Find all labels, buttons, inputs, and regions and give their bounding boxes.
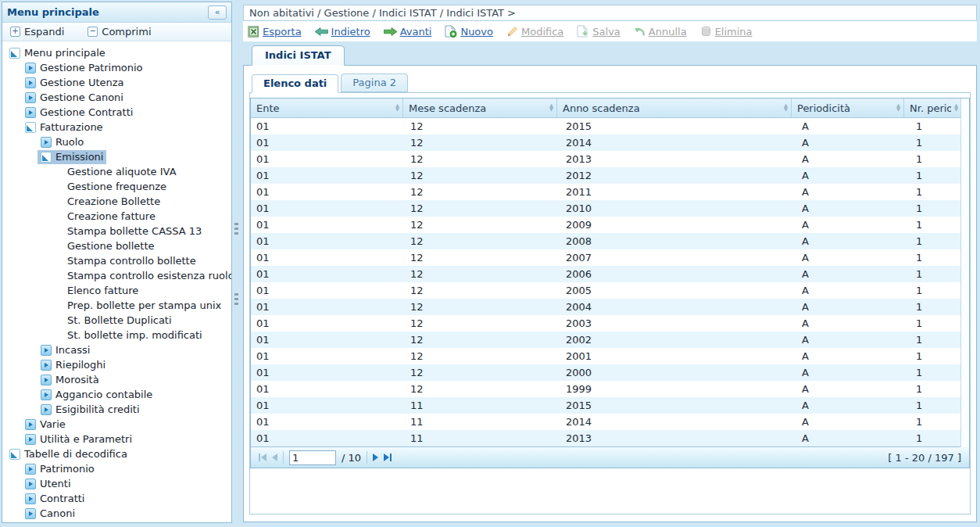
column-header-nr-periodicit[interactable]: Nr. periodicità [904,99,969,117]
column-header-periodicit[interactable]: Periodicità [792,99,904,117]
tree-item[interactable]: Elenco fatture [2,283,231,298]
tree-node-collapsed-icon[interactable] [25,479,36,489]
tree-item[interactable]: Menu principale [2,45,231,60]
column-header-anno-scadenza[interactable]: Anno scadenza [557,99,792,117]
table-row[interactable]: 01122009A1 [251,217,969,233]
table-row[interactable]: 01122000A1 [251,364,969,381]
tree-item[interactable]: Varie [2,417,231,432]
table-row[interactable]: 01122003A1 [251,315,969,332]
tree-item[interactable]: Gestione Canoni [2,90,231,105]
tree-item[interactable]: Utilità e Parametri [2,432,231,446]
tree-item[interactable]: Esigibilità crediti [2,402,231,417]
tab-elenco-dati[interactable]: Elenco dati [252,74,338,93]
tree-item[interactable]: Prep. bollette per stampa unix [2,298,231,313]
tree-item[interactable]: Gestione Contratti [2,105,231,120]
tree-node-expanded-icon[interactable] [9,48,20,59]
tree-node-expanded-icon[interactable] [9,449,20,460]
tree-item[interactable]: Utenti [2,476,231,491]
tree-node-collapsed-icon[interactable] [41,137,52,148]
tree-item[interactable]: Contratti [2,491,231,506]
table-row[interactable]: 01112014A1 [251,414,969,430]
tree-item[interactable]: Patrimonio [2,461,231,476]
salva-button[interactable]: Salva [577,25,621,38]
first-page-button[interactable] [259,454,266,461]
tree-node-collapsed-icon[interactable] [41,375,52,385]
tree-node-collapsed-icon[interactable] [25,77,36,88]
table-row[interactable]: 01122004A1 [251,299,969,315]
previous-page-button[interactable] [272,454,277,461]
table-row[interactable]: 01122005A1 [251,282,969,299]
expand-all-button[interactable]: + Espandi [10,26,64,38]
collapse-all-button[interactable]: − Comprimi [88,26,151,38]
avanti-button[interactable]: Avanti [384,26,432,38]
elimina-button[interactable]: Elimina [700,26,753,38]
tree-node-collapsed-icon[interactable] [25,508,36,519]
table-row[interactable]: 01122013A1 [251,151,969,167]
tree-item[interactable]: Fatturazione [2,521,231,522]
tree-item[interactable]: Ruolo [2,134,231,149]
tree-item[interactable]: Morosità [2,372,231,387]
tree-node-collapsed-icon[interactable] [25,493,36,504]
splitter-grip[interactable] [234,223,239,235]
tree-item[interactable]: Stampa controllo esistenza ruolo [2,268,231,283]
tree-node-collapsed-icon[interactable] [25,434,36,445]
tree-node-collapsed-icon[interactable] [25,107,36,118]
tree-item[interactable]: Tabelle di decodifica [2,446,231,461]
tree-node-collapsed-icon[interactable] [41,404,52,415]
tree-item[interactable]: Gestione bollette [2,238,231,253]
table-row[interactable]: 01122006A1 [251,266,969,282]
table-row[interactable]: 01121999A1 [251,381,969,397]
table-row[interactable]: 01112015A1 [251,397,969,414]
tab-indici-istat[interactable]: Indici ISTAT [252,45,345,66]
table-row[interactable]: 01122007A1 [251,249,969,266]
tree-node-expanded-icon[interactable] [25,122,36,133]
tree-node-collapsed-icon[interactable] [25,63,36,73]
tree-item[interactable]: St. Bollette Duplicati [2,313,231,328]
tree-item[interactable]: St. bollette imp. modificati [2,328,231,342]
table-row[interactable]: 01122015A1 [251,118,969,134]
tree-item[interactable]: Canoni [2,506,231,521]
column-header-mese-scadenza[interactable]: Mese scadenza [403,99,557,117]
esporta-button[interactable]: Esporta [248,26,302,38]
annulla-button[interactable]: Annulla [634,26,687,38]
tree-item[interactable]: Gestione aliquote IVA [2,164,231,179]
tree-item[interactable]: Stampa bollette CASSA 13 [2,224,231,238]
tree-node-collapsed-icon[interactable] [41,389,52,400]
tree-node-expanded-icon[interactable] [41,152,52,163]
tree-item[interactable]: Incassi [2,342,231,357]
next-page-button[interactable] [373,454,378,461]
tree-item[interactable]: Emissioni [2,149,231,164]
table-row[interactable]: 01122010A1 [251,200,969,217]
modifica-button[interactable]: Modifica [506,26,563,38]
tree-item[interactable]: Gestione Patrimonio [2,60,231,75]
tree-node-collapsed-icon[interactable] [41,345,52,356]
tree-item[interactable]: Riepiloghi [2,357,231,372]
tree-node-collapsed-icon[interactable] [25,464,36,475]
table-row[interactable]: 01122002A1 [251,332,969,348]
page-number-input[interactable] [289,450,336,465]
tree-node-collapsed-icon[interactable] [25,419,36,430]
tree-item[interactable]: Fatturazione [2,120,231,134]
sidebar-collapse-button[interactable]: « [208,5,227,20]
table-row[interactable]: 01122008A1 [251,233,969,249]
tree-item[interactable]: Gestione frequenze [2,179,231,194]
table-row[interactable]: 01122014A1 [251,134,969,151]
tree-item[interactable]: Stampa controllo bollette [2,253,231,268]
tree-node-collapsed-icon[interactable] [41,360,52,371]
table-row[interactable]: 01122001A1 [251,348,969,364]
last-page-button[interactable] [384,454,392,461]
table-row[interactable]: 01122012A1 [251,167,969,184]
tree-item[interactable]: Creazione fatture [2,209,231,224]
table-row[interactable]: 01122011A1 [251,184,969,200]
table-scrollbar[interactable] [960,99,969,447]
tree-item[interactable]: Creazione Bollette [2,194,231,209]
splitter-grip[interactable] [234,293,239,305]
indietro-button[interactable]: Indietro [315,26,370,38]
tab-pagina-2[interactable]: Pagina 2 [341,73,408,92]
tree-node-collapsed-icon[interactable] [25,92,36,103]
column-header-ente[interactable]: Ente [251,99,403,117]
nuovo-button[interactable]: Nuovo [445,25,493,38]
tree-item[interactable]: Gestione Utenza [2,75,231,90]
tree-item[interactable]: Aggancio contabile [2,387,231,402]
table-row[interactable]: 01112013A1 [251,430,969,446]
